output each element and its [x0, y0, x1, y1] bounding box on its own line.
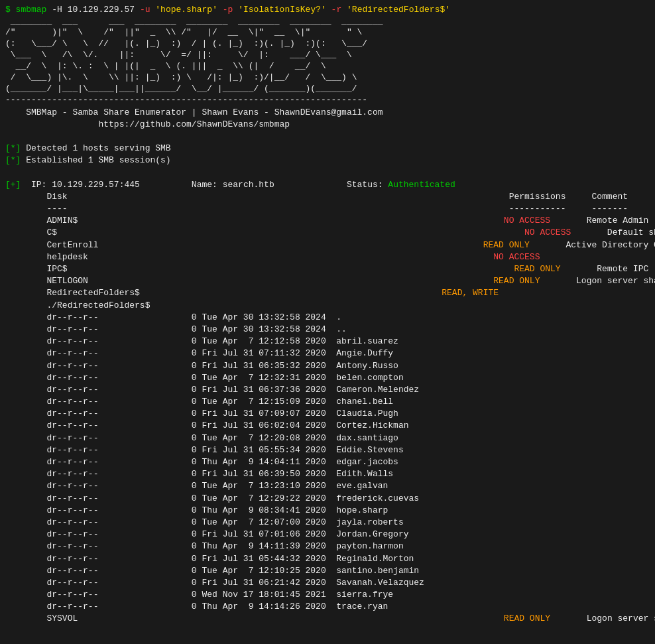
dir-entry-payton: dr--r--r-- 0 Thu Apr 9 14:11:39 2020 pay… [5, 541, 650, 552]
dir-entry-eve: dr--r--r-- 0 Tue Apr 7 13:23:10 2020 eve… [5, 480, 650, 492]
dir-entry-dax: dr--r--r-- 0 Tue Apr 7 12:20:08 2020 dax… [5, 432, 650, 444]
dir-entry-claudia: dr--r--r-- 0 Fri Jul 31 07:09:07 2020 Cl… [5, 408, 650, 420]
dir-entry-edith: dr--r--r-- 0 Fri Jul 31 06:39:50 2020 Ed… [5, 468, 650, 480]
share-redirectedfolders-listing: ./RedirectedFolders$ [5, 300, 650, 312]
dir-entry-eddie: dr--r--r-- 0 Fri Jul 31 05:55:34 2020 Ed… [5, 444, 650, 456]
credit-line-1: SMBMap - Samba Share Enumerator | Shawn … [5, 107, 650, 119]
dir-entry-sierra: dr--r--r-- 0 Wed Nov 17 18:01:45 2021 si… [5, 589, 650, 601]
dir-entry-jordan: dr--r--r-- 0 Fri Jul 31 07:01:06 2020 Jo… [5, 529, 650, 541]
ascii-art-banner: ________ ___ ___ ________ ________ _____… [5, 16, 650, 94]
command-line: $ smbmap -H 10.129.229.57 -u 'hope.sharp… [5, 4, 650, 16]
dir-entry-cameron: dr--r--r-- 0 Fri Jul 31 06:37:36 2020 Ca… [5, 384, 650, 396]
dir-entry-dotdot: dr--r--r-- 0 Tue Apr 30 13:32:58 2024 .. [5, 324, 650, 336]
host-info-line: [+] IP: 10.129.229.57:445 Name: search.h… [5, 179, 650, 191]
dir-entry-trace: dr--r--r-- 0 Thu Apr 9 14:14:26 2020 tra… [5, 601, 650, 613]
divider-line: ----------------------------------------… [5, 94, 650, 106]
table-header: Disk Permissions Comment [5, 191, 650, 203]
detection-line-1: [*] Detected 1 hosts serving SMB [5, 143, 650, 155]
dir-entry-angie: dr--r--r-- 0 Fri Jul 31 07:11:32 2020 An… [5, 348, 650, 359]
dir-entry-hope: dr--r--r-- 0 Thu Apr 9 08:34:41 2020 hop… [5, 505, 650, 517]
table-divider: ---- ----------- ------- [5, 203, 650, 215]
dir-entry-abril: dr--r--r-- 0 Tue Apr 7 12:12:58 2020 abr… [5, 336, 650, 348]
dir-entry-jayla: dr--r--r-- 0 Tue Apr 7 12:07:00 2020 jay… [5, 517, 650, 529]
dir-entry-antony: dr--r--r-- 0 Fri Jul 31 06:35:32 2020 An… [5, 360, 650, 372]
dir-entry-savanah: dr--r--r-- 0 Fri Jul 31 06:21:42 2020 Sa… [5, 577, 650, 589]
detection-line-2: [*] Established 1 SMB session(s) [5, 155, 650, 166]
share-ipc: IPC$ READ ONLY Remote IPC [5, 263, 650, 275]
share-netlogon: NETLOGON READ ONLY Logon server share [5, 275, 650, 287]
share-redirectedfolders: RedirectedFolders$ READ, WRITE [5, 287, 650, 299]
dir-entry-santino: dr--r--r-- 0 Tue Apr 7 12:10:25 2020 san… [5, 565, 650, 577]
share-helpdesk: helpdesk NO ACCESS [5, 251, 650, 263]
dir-entry-chanel: dr--r--r-- 0 Tue Apr 7 12:15:09 2020 cha… [5, 396, 650, 408]
share-certenroll: CertEnroll READ ONLY Active Directory Ce… [5, 239, 650, 251]
credit-line-2: https://github.com/ShawnDEvans/smbmap [5, 119, 650, 131]
dir-entry-edgar: dr--r--r-- 0 Thu Apr 9 14:04:11 2020 edg… [5, 456, 650, 468]
status-authenticated: Authenticated [388, 180, 455, 190]
share-c: C$ NO ACCESS Default share [5, 227, 650, 239]
share-admin: ADMIN$ NO ACCESS Remote Admin [5, 215, 650, 227]
share-sysvol: SYSVOL READ ONLY Logon server share [5, 613, 650, 625]
dir-entry-cortez: dr--r--r-- 0 Fri Jul 31 06:02:04 2020 Co… [5, 420, 650, 432]
dir-entry-belen: dr--r--r-- 0 Tue Apr 7 12:32:31 2020 bel… [5, 372, 650, 384]
dir-entry-frederick: dr--r--r-- 0 Tue Apr 7 12:29:22 2020 fre… [5, 493, 650, 505]
dir-entry-reginald: dr--r--r-- 0 Fri Jul 31 05:44:32 2020 Re… [5, 553, 650, 565]
terminal: $ smbmap -H 10.129.229.57 -u 'hope.sharp… [0, 0, 655, 629]
cmd-prompt: $ smbmap [5, 5, 46, 15]
dir-entry-dot: dr--r--r-- 0 Tue Apr 30 13:32:58 2024 . [5, 312, 650, 324]
